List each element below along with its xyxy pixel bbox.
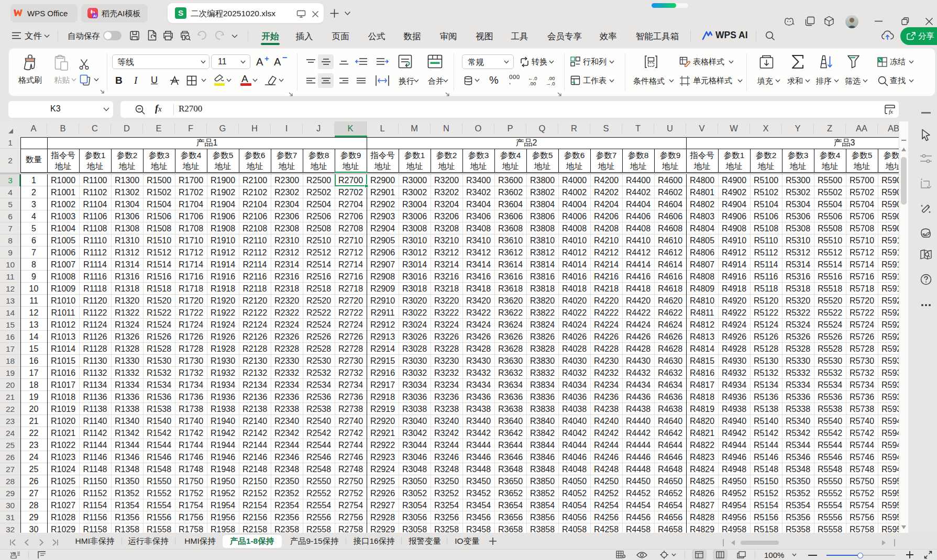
svg-text:VB: VB bbox=[10, 551, 16, 556]
svg-text:.00: .00 bbox=[529, 81, 536, 86]
svg-text:AI: AI bbox=[93, 14, 97, 18]
svg-text:fx: fx bbox=[889, 108, 893, 115]
svg-text:→.0: →.0 bbox=[546, 81, 555, 86]
